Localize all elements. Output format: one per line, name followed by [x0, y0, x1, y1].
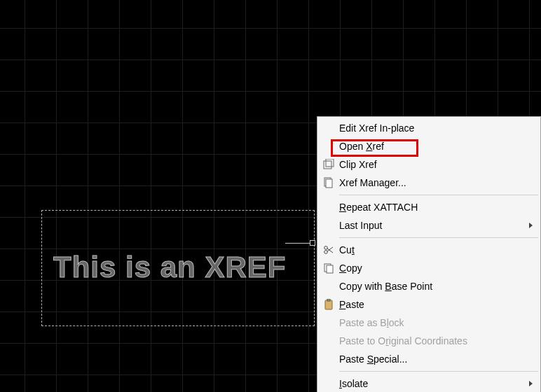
menu-item-label: Copy: [339, 262, 533, 274]
submenu-arrow-icon: [529, 223, 533, 228]
copy-icon: [318, 262, 339, 274]
menu-separator: [339, 195, 538, 195]
menu-item-label: Paste as Block: [339, 317, 533, 328]
menu-item-label: Open Xref: [339, 141, 533, 152]
menu-item-paste[interactable]: Paste: [318, 295, 540, 314]
svg-rect-9: [327, 265, 333, 273]
menu-item-last-input[interactable]: Last Input: [318, 216, 540, 234]
scissors-icon: [318, 244, 339, 255]
xref-manager-icon: [318, 177, 339, 188]
menu-separator: [339, 237, 538, 238]
menu-item-repeat-xattach[interactable]: Repeat XATTACH: [318, 198, 540, 216]
menu-item-copy[interactable]: Copy: [318, 259, 540, 277]
menu-item-label: Paste Special...: [339, 354, 533, 365]
svg-point-4: [324, 251, 328, 254]
svg-point-5: [324, 246, 328, 250]
paste-icon: [318, 299, 339, 310]
clip-icon: [318, 159, 339, 170]
grip-handle[interactable]: [310, 240, 315, 246]
submenu-arrow-icon: [529, 381, 533, 386]
menu-item-isolate[interactable]: Isolate: [318, 374, 540, 392]
menu-item-label: Cut: [339, 244, 533, 255]
menu-item-cut[interactable]: Cut: [318, 241, 540, 259]
svg-rect-10: [325, 300, 332, 309]
menu-item-label: Paste to Original Coordinates: [339, 335, 533, 346]
menu-item-clip-xref[interactable]: Clip Xref: [318, 155, 540, 174]
menu-item-label: Edit Xref In-place: [339, 122, 533, 134]
menu-item-label: Isolate: [339, 378, 529, 389]
menu-item-edit-xref-in-place[interactable]: Edit Xref In-place: [318, 119, 540, 137]
menu-item-label: Repeat XATTACH: [339, 202, 533, 213]
menu-item-label: Paste: [339, 299, 533, 310]
context-menu: Edit Xref In-placeOpen XrefClip XrefXref…: [317, 116, 541, 392]
menu-item-paste-to-original: Paste to Original Coordinates: [318, 332, 540, 350]
menu-item-open-xref[interactable]: Open Xref: [318, 137, 540, 155]
menu-item-xref-manager[interactable]: Xref Manager...: [318, 174, 540, 192]
menu-separator: [339, 371, 538, 372]
menu-item-paste-as-block: Paste as Block: [318, 314, 540, 332]
menu-item-label: Clip Xref: [339, 159, 533, 170]
menu-item-copy-with-base-point[interactable]: Copy with Base Point: [318, 277, 540, 295]
cursor-indicator-line: [285, 243, 312, 244]
menu-item-label: Xref Manager...: [339, 177, 533, 188]
svg-rect-1: [326, 159, 334, 167]
menu-item-paste-special[interactable]: Paste Special...: [318, 350, 540, 368]
svg-rect-3: [326, 179, 332, 188]
menu-item-label: Copy with Base Point: [339, 281, 533, 292]
xref-entity-text[interactable]: This is an XREF: [53, 251, 286, 284]
svg-rect-0: [324, 161, 331, 169]
menu-item-label: Last Input: [339, 220, 529, 231]
svg-rect-11: [327, 299, 330, 301]
